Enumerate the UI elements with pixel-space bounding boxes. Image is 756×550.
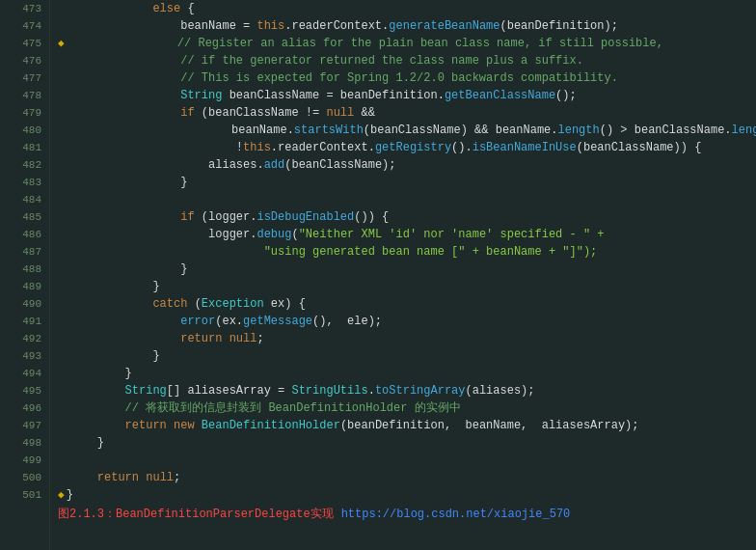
token-punc: } (180, 174, 187, 191)
no-bookmark (58, 347, 69, 365)
no-bookmark (58, 191, 69, 208)
line-number: 497 (8, 417, 41, 434)
code-line: // if the generator returned the class n… (58, 52, 756, 69)
token-punc (139, 469, 146, 486)
token-punc (167, 417, 174, 434)
bookmark-icon: ◆ (58, 35, 65, 52)
code-line: "using generated bean name [" + beanName… (58, 243, 756, 261)
token-var: beanName. (231, 122, 294, 139)
token-cmt: // Register an alias for the plain bean … (177, 35, 663, 52)
line-number: 482 (8, 156, 41, 174)
code-editor: 4734744754764774784794804814824834844854… (0, 0, 756, 550)
code-line: return null; (58, 330, 756, 347)
token-punc: (beanClassName); (284, 156, 395, 174)
line-number: 485 (8, 208, 41, 226)
indent (69, 243, 264, 261)
token-str: "Neither XML 'id' nor 'name' specified -… (299, 226, 605, 243)
no-bookmark (58, 278, 69, 295)
code-line: if (beanClassName != null && (58, 104, 756, 122)
token-kw: if (180, 104, 194, 122)
line-numbers: 4734744754764774784794804814824834844854… (0, 0, 50, 550)
no-bookmark (58, 365, 69, 382)
token-fn: getMessage (243, 313, 312, 330)
no-bookmark (58, 69, 69, 87)
token-punc: . (368, 139, 375, 156)
no-bookmark (58, 122, 65, 139)
indent (69, 226, 208, 243)
line-number: 499 (8, 452, 41, 469)
indent (69, 17, 180, 35)
line-number: 477 (8, 69, 41, 87)
token-punc: } (67, 486, 73, 504)
no-bookmark (58, 452, 69, 469)
token-fn: getBeanClassName (445, 87, 555, 104)
code-line: return new BeanDefinitionHolder(beanDefi… (58, 417, 756, 434)
token-punc: } (125, 365, 132, 382)
indent (65, 122, 231, 139)
token-fn: debug (256, 226, 291, 243)
line-number: 491 (8, 313, 41, 330)
token-cls: Exception (202, 295, 264, 313)
line-number: 495 (8, 382, 41, 399)
no-bookmark (58, 261, 69, 278)
token-kw: catch (152, 295, 187, 313)
line-number: 475 (8, 35, 41, 52)
token-var: aliases (208, 156, 256, 174)
no-bookmark (58, 330, 69, 347)
code-line: else { (58, 0, 756, 17)
token-kw: return (97, 469, 139, 486)
token-var: readerContext (278, 139, 368, 156)
token-kw: return (180, 330, 222, 347)
code-line: } (58, 261, 756, 278)
no-bookmark (58, 139, 69, 156)
line-number: 484 (8, 191, 41, 208)
token-cls: StringUtils (291, 382, 367, 399)
token-punc: (beanClassName) && beanName. (364, 122, 558, 139)
token-kw: return (125, 417, 167, 434)
token-punc: (beanClassName != (195, 104, 327, 122)
token-punc: . (250, 226, 256, 243)
indent (69, 139, 236, 156)
token-fn: toStringArray (375, 382, 466, 399)
no-bookmark (58, 399, 69, 417)
line-number: 489 (8, 278, 41, 295)
no-bookmark (58, 0, 69, 17)
token-kw: null (146, 469, 174, 486)
token-var: beanName = (180, 17, 256, 35)
token-kw: else (152, 0, 180, 17)
line-number: 478 (8, 87, 41, 104)
token-str: "using generated bean name [" + beanName… (264, 243, 598, 261)
indent (69, 347, 152, 365)
token-punc: } (152, 278, 159, 295)
token-punc: && (354, 104, 375, 122)
code-line: catch (Exception ex) { (58, 295, 756, 313)
indent (69, 69, 180, 87)
code-line: String beanClassName = beanDefinition.ge… (58, 87, 756, 104)
token-kw: this (256, 17, 284, 35)
token-punc: (), ele); (312, 313, 382, 330)
token-punc: . (271, 139, 278, 156)
token-punc: ()) { (354, 208, 389, 226)
token-punc: [] aliasesArray = (167, 382, 292, 399)
code-line: String[] aliasesArray = StringUtils.toSt… (58, 382, 756, 399)
code-line: } (58, 347, 756, 365)
token-punc: . (284, 17, 291, 35)
no-bookmark (58, 174, 69, 191)
code-line (58, 191, 756, 208)
line-number: 493 (8, 347, 41, 365)
token-punc: (aliases); (466, 382, 535, 399)
code-line: } (58, 174, 756, 191)
line-number: 500 (8, 469, 41, 486)
indent (69, 365, 125, 382)
no-bookmark (58, 417, 69, 434)
token-fn: length (558, 122, 600, 139)
indent (69, 278, 152, 295)
token-punc: . (382, 17, 389, 35)
token-cmt: // This is expected for Spring 1.2/2.0 b… (180, 69, 618, 87)
indent (69, 0, 152, 17)
token-punc: . (368, 382, 375, 399)
code-content: else { beanName = this.readerContext.gen… (50, 0, 756, 550)
line-number: 490 (8, 295, 41, 313)
no-bookmark (58, 226, 69, 243)
token-punc: ! (236, 139, 243, 156)
